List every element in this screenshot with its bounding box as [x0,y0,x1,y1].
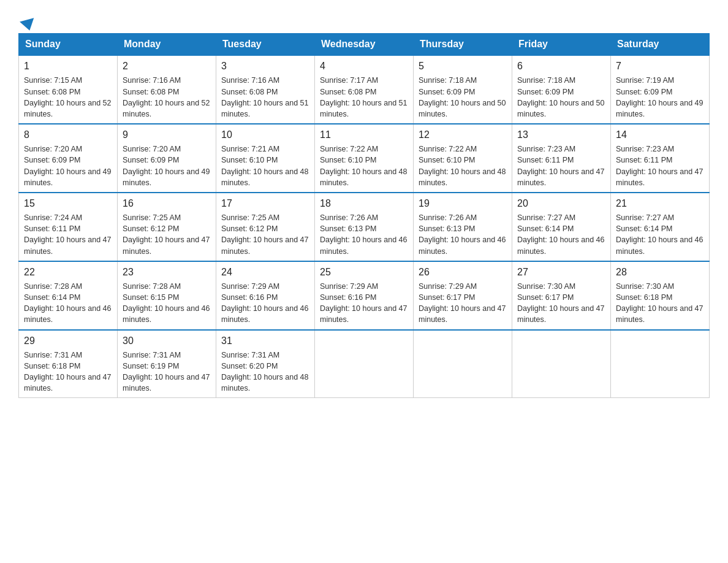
header-sunday: Sunday [19,34,118,56]
day-number: 31 [221,334,309,348]
calendar-day-cell [414,330,512,398]
day-info: Sunrise: 7:31 AMSunset: 6:20 PMDaylight:… [221,350,309,394]
logo-arrow-icon [20,18,37,33]
calendar-day-cell: 19Sunrise: 7:26 AMSunset: 6:13 PMDayligh… [414,193,512,261]
day-number: 5 [419,59,507,73]
day-number: 15 [24,197,112,210]
calendar-day-cell: 21Sunrise: 7:27 AMSunset: 6:14 PMDayligh… [611,193,710,261]
day-number: 26 [419,266,507,279]
calendar-day-cell: 7Sunrise: 7:19 AMSunset: 6:09 PMDaylight… [611,55,710,124]
header-wednesday: Wednesday [315,34,414,56]
header-thursday: Thursday [414,34,512,56]
day-number: 19 [419,197,507,210]
calendar-day-cell: 13Sunrise: 7:23 AMSunset: 6:11 PMDayligh… [512,124,611,193]
calendar-day-cell: 2Sunrise: 7:16 AMSunset: 6:08 PMDaylight… [118,55,216,124]
calendar-day-cell: 4Sunrise: 7:17 AMSunset: 6:08 PMDaylight… [315,55,414,124]
calendar-day-cell: 10Sunrise: 7:21 AMSunset: 6:10 PMDayligh… [216,124,315,193]
day-info: Sunrise: 7:24 AMSunset: 6:11 PMDaylight:… [24,212,112,257]
day-info: Sunrise: 7:26 AMSunset: 6:13 PMDaylight:… [419,212,507,257]
day-info: Sunrise: 7:25 AMSunset: 6:12 PMDaylight:… [221,212,309,257]
day-number: 28 [616,266,704,279]
calendar-body: 1Sunrise: 7:15 AMSunset: 6:08 PMDaylight… [19,55,710,398]
day-info: Sunrise: 7:20 AMSunset: 6:09 PMDaylight:… [24,144,112,188]
day-info: Sunrise: 7:18 AMSunset: 6:09 PMDaylight:… [419,75,507,120]
logo [18,18,36,27]
header-friday: Friday [512,34,611,56]
day-number: 6 [517,59,605,73]
calendar-day-cell: 16Sunrise: 7:25 AMSunset: 6:12 PMDayligh… [118,193,216,261]
day-info: Sunrise: 7:21 AMSunset: 6:10 PMDaylight:… [221,144,309,188]
day-number: 8 [24,128,112,142]
calendar-day-cell: 17Sunrise: 7:25 AMSunset: 6:12 PMDayligh… [216,193,315,261]
day-number: 25 [320,266,408,279]
day-info: Sunrise: 7:26 AMSunset: 6:13 PMDaylight:… [320,212,408,257]
calendar-day-cell: 28Sunrise: 7:30 AMSunset: 6:18 PMDayligh… [611,261,710,330]
calendar-week-row: 8Sunrise: 7:20 AMSunset: 6:09 PMDaylight… [19,124,710,193]
day-info: Sunrise: 7:29 AMSunset: 6:17 PMDaylight:… [419,281,507,326]
day-info: Sunrise: 7:15 AMSunset: 6:08 PMDaylight:… [24,75,112,120]
day-number: 11 [320,128,408,142]
calendar-day-cell: 6Sunrise: 7:18 AMSunset: 6:09 PMDaylight… [512,55,611,124]
day-info: Sunrise: 7:20 AMSunset: 6:09 PMDaylight:… [123,144,211,188]
header-saturday: Saturday [611,34,710,56]
calendar-day-cell: 1Sunrise: 7:15 AMSunset: 6:08 PMDaylight… [19,55,118,124]
day-info: Sunrise: 7:23 AMSunset: 6:11 PMDaylight:… [616,144,704,188]
day-number: 18 [320,197,408,210]
day-info: Sunrise: 7:27 AMSunset: 6:14 PMDaylight:… [517,212,605,257]
day-number: 23 [123,266,211,279]
calendar-day-cell [512,330,611,398]
day-number: 30 [123,334,211,348]
day-number: 24 [221,266,309,279]
page-header [18,12,710,27]
calendar-day-cell: 24Sunrise: 7:29 AMSunset: 6:16 PMDayligh… [216,261,315,330]
day-info: Sunrise: 7:29 AMSunset: 6:16 PMDaylight:… [221,281,309,326]
calendar-week-row: 29Sunrise: 7:31 AMSunset: 6:18 PMDayligh… [19,330,710,398]
calendar-day-cell: 14Sunrise: 7:23 AMSunset: 6:11 PMDayligh… [611,124,710,193]
day-number: 12 [419,128,507,142]
calendar-week-row: 1Sunrise: 7:15 AMSunset: 6:08 PMDaylight… [19,55,710,124]
calendar-day-cell [611,330,710,398]
day-info: Sunrise: 7:25 AMSunset: 6:12 PMDaylight:… [123,212,211,257]
calendar-day-cell: 26Sunrise: 7:29 AMSunset: 6:17 PMDayligh… [414,261,512,330]
logo-general [18,18,36,29]
day-number: 3 [221,59,309,73]
day-number: 9 [123,128,211,142]
day-info: Sunrise: 7:28 AMSunset: 6:15 PMDaylight:… [123,281,211,326]
calendar-day-cell: 5Sunrise: 7:18 AMSunset: 6:09 PMDaylight… [414,55,512,124]
calendar-table: Sunday Monday Tuesday Wednesday Thursday… [18,33,710,398]
calendar-day-cell: 25Sunrise: 7:29 AMSunset: 6:16 PMDayligh… [315,261,414,330]
day-number: 22 [24,266,112,279]
day-info: Sunrise: 7:30 AMSunset: 6:18 PMDaylight:… [616,281,704,326]
weekday-header-row: Sunday Monday Tuesday Wednesday Thursday… [19,34,710,56]
calendar-day-cell: 31Sunrise: 7:31 AMSunset: 6:20 PMDayligh… [216,330,315,398]
day-number: 14 [616,128,704,142]
day-number: 10 [221,128,309,142]
day-number: 27 [517,266,605,279]
day-number: 21 [616,197,704,210]
calendar-day-cell: 27Sunrise: 7:30 AMSunset: 6:17 PMDayligh… [512,261,611,330]
calendar-day-cell: 11Sunrise: 7:22 AMSunset: 6:10 PMDayligh… [315,124,414,193]
calendar-day-cell: 12Sunrise: 7:22 AMSunset: 6:10 PMDayligh… [414,124,512,193]
day-info: Sunrise: 7:29 AMSunset: 6:16 PMDaylight:… [320,281,408,326]
day-info: Sunrise: 7:16 AMSunset: 6:08 PMDaylight:… [123,75,211,120]
calendar-week-row: 22Sunrise: 7:28 AMSunset: 6:14 PMDayligh… [19,261,710,330]
day-info: Sunrise: 7:30 AMSunset: 6:17 PMDaylight:… [517,281,605,326]
calendar-day-cell: 8Sunrise: 7:20 AMSunset: 6:09 PMDaylight… [19,124,118,193]
day-number: 13 [517,128,605,142]
day-number: 20 [517,197,605,210]
day-number: 29 [24,334,112,348]
day-number: 1 [24,59,112,73]
day-info: Sunrise: 7:28 AMSunset: 6:14 PMDaylight:… [24,281,112,326]
day-info: Sunrise: 7:19 AMSunset: 6:09 PMDaylight:… [616,75,704,120]
day-info: Sunrise: 7:22 AMSunset: 6:10 PMDaylight:… [320,144,408,188]
calendar-day-cell: 30Sunrise: 7:31 AMSunset: 6:19 PMDayligh… [118,330,216,398]
calendar-day-cell: 9Sunrise: 7:20 AMSunset: 6:09 PMDaylight… [118,124,216,193]
calendar-day-cell [315,330,414,398]
day-number: 2 [123,59,211,73]
day-info: Sunrise: 7:31 AMSunset: 6:19 PMDaylight:… [123,350,211,394]
calendar-week-row: 15Sunrise: 7:24 AMSunset: 6:11 PMDayligh… [19,193,710,261]
calendar-day-cell: 22Sunrise: 7:28 AMSunset: 6:14 PMDayligh… [19,261,118,330]
day-info: Sunrise: 7:22 AMSunset: 6:10 PMDaylight:… [419,144,507,188]
day-info: Sunrise: 7:17 AMSunset: 6:08 PMDaylight:… [320,75,408,120]
day-info: Sunrise: 7:16 AMSunset: 6:08 PMDaylight:… [221,75,309,120]
